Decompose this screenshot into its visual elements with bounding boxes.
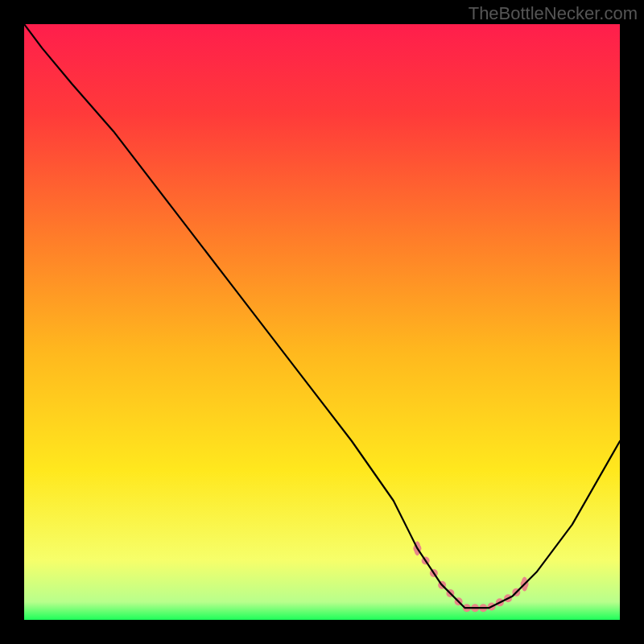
watermark-text: TheBottleNecker.com [469,3,638,24]
chart-container: TheBottleNecker.com [0,0,644,644]
chart-svg [24,24,620,620]
svg-rect-0 [24,24,620,620]
plot-area [24,24,620,620]
